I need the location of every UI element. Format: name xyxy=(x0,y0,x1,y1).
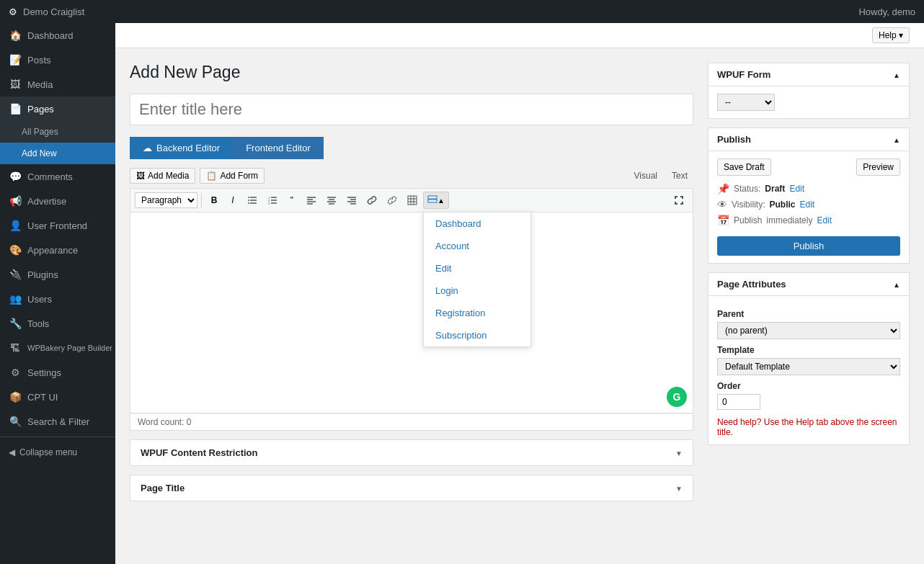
svg-point-5 xyxy=(248,202,249,204)
ul-btn[interactable] xyxy=(243,192,262,209)
visibility-value: Public xyxy=(769,200,795,210)
site-title[interactable]: Demo Craiglist xyxy=(23,6,84,17)
admin-bar-left: ⚙ Demo Craiglist xyxy=(9,6,84,17)
sidebar-item-comments[interactable]: 💬 Comments xyxy=(0,164,115,189)
sidebar-item-advertise[interactable]: 📢 Advertise xyxy=(0,189,115,213)
sidebar-label-dashboard: Dashboard xyxy=(27,30,74,41)
visual-text-tabs: Visual Text xyxy=(628,169,693,183)
frontend-editor-btn[interactable]: Frontend Editor xyxy=(233,137,324,159)
sidebar-item-all-pages[interactable]: All Pages xyxy=(0,121,115,143)
special-char-dropdown: ▲ Dashboard Account Edit Login Registrat… xyxy=(423,192,449,209)
italic-btn[interactable]: I xyxy=(224,192,241,209)
sidebar-item-user-frontend[interactable]: 👤 User Frontend xyxy=(0,213,115,238)
visibility-icon: 👁 xyxy=(717,199,727,210)
editor-toolbar-top: 🖼 Add Media 📋 Add Form Visual Text xyxy=(130,168,693,184)
sidebar-item-wpbakery[interactable]: 🏗 WPBakery Page Builder xyxy=(0,336,115,360)
text-tab[interactable]: Text xyxy=(666,169,693,183)
collapse-menu-btn[interactable]: ◀ Collapse menu xyxy=(0,440,115,465)
unlink-btn[interactable] xyxy=(383,192,401,209)
dropdown-item-subscription[interactable]: Subscription xyxy=(424,324,530,346)
ol-btn[interactable]: 123 xyxy=(263,192,282,209)
template-select[interactable]: Default Template xyxy=(717,358,900,375)
svg-point-3 xyxy=(248,197,249,198)
wpuf-form-body: -- xyxy=(708,86,909,118)
publish-time-edit-link[interactable]: Edit xyxy=(817,215,832,225)
advertise-icon: 📢 xyxy=(9,194,22,207)
align-center-btn[interactable] xyxy=(322,192,341,209)
collapse-arrow-icon: ◀ xyxy=(9,447,15,457)
wpuf-form-collapse-icon[interactable] xyxy=(893,69,900,80)
visual-tab[interactable]: Visual xyxy=(628,169,663,183)
media-icon: 🖼 xyxy=(9,78,22,91)
pages-icon: 📄 xyxy=(9,102,22,115)
add-media-btn[interactable]: 🖼 Add Media xyxy=(130,168,195,184)
parent-select[interactable]: (no parent) xyxy=(717,322,900,339)
quote-btn[interactable]: " xyxy=(283,192,301,209)
add-form-btn[interactable]: 📋 Add Form xyxy=(200,168,265,184)
user-frontend-icon: 👤 xyxy=(9,219,22,232)
fullscreen-btn[interactable] xyxy=(670,192,688,209)
sidebar-item-appearance[interactable]: 🎨 Appearance xyxy=(0,238,115,262)
plugins-icon: 🔌 xyxy=(9,268,22,281)
sidebar-item-plugins[interactable]: 🔌 Plugins xyxy=(0,262,115,287)
publish-box: Publish Save Draft Preview 📌 Status: Dra… xyxy=(708,127,910,264)
sidebar-item-posts[interactable]: 📝 Posts xyxy=(0,48,115,72)
table-btn[interactable] xyxy=(403,192,422,209)
page-title-input[interactable] xyxy=(130,94,693,125)
accordion-header-page-title[interactable]: Page Title xyxy=(130,475,693,501)
visibility-edit-link[interactable]: Edit xyxy=(799,200,814,210)
search-filter-icon: 🔍 xyxy=(9,415,22,428)
publish-button[interactable]: Publish xyxy=(717,236,900,256)
sidebar-label-user-frontend: User Frontend xyxy=(27,220,87,231)
page-attributes-collapse-icon[interactable] xyxy=(893,279,900,290)
save-draft-button[interactable]: Save Draft xyxy=(717,158,771,176)
sidebar-item-cpt-ui[interactable]: 📦 CPT UI xyxy=(0,385,115,409)
align-right-btn[interactable] xyxy=(342,192,361,209)
sidebar-label-advertise: Advertise xyxy=(27,196,66,207)
sidebar-item-media[interactable]: 🖼 Media xyxy=(0,72,115,97)
special-char-btn[interactable]: ▲ xyxy=(423,192,449,209)
parent-label: Parent xyxy=(717,309,900,319)
status-edit-link[interactable]: Edit xyxy=(789,184,804,194)
publish-actions: Save Draft Preview xyxy=(717,158,900,176)
editor-section: Add New Page ☁ Backend Editor Frontend E… xyxy=(130,63,693,501)
accordion-header-wpuf[interactable]: WPUF Content Restriction xyxy=(130,440,693,465)
bold-btn[interactable]: B xyxy=(205,192,223,209)
template-label: Template xyxy=(717,345,900,355)
editor-toggle: ☁ Backend Editor Frontend Editor xyxy=(130,137,693,159)
help-button[interactable]: Help ▾ xyxy=(872,27,910,43)
sidebar-label-cpt-ui: CPT UI xyxy=(27,392,58,403)
users-icon: 👥 xyxy=(9,292,22,305)
link-btn[interactable] xyxy=(363,192,381,209)
wpuf-form-title: WPUF Form xyxy=(717,69,770,80)
sidebar-item-tools[interactable]: 🔧 Tools xyxy=(0,311,115,336)
order-input[interactable] xyxy=(717,394,760,410)
sidebar-item-pages[interactable]: 📄 Pages xyxy=(0,97,115,121)
dropdown-item-account[interactable]: Account xyxy=(424,235,530,257)
wpuf-form-select[interactable]: -- xyxy=(717,94,775,111)
dropdown-item-edit[interactable]: Edit xyxy=(424,257,530,279)
dropdown-item-dashboard[interactable]: Dashboard xyxy=(424,212,530,235)
sidebar-item-settings[interactable]: ⚙ Settings xyxy=(0,360,115,385)
sidebar-label-posts: Posts xyxy=(27,55,51,66)
grammarly-button[interactable]: G xyxy=(667,387,687,407)
dropdown-arrow-icon: ▲ xyxy=(437,197,445,205)
greeting-text: Howdy, demo xyxy=(858,6,915,17)
publish-collapse-icon[interactable] xyxy=(893,134,900,145)
svg-text:3: 3 xyxy=(268,202,270,205)
sidebar-label-pages: Pages xyxy=(27,104,54,115)
align-left-btn[interactable] xyxy=(302,192,321,209)
preview-button[interactable]: Preview xyxy=(856,158,900,176)
sidebar-item-add-new[interactable]: Add New xyxy=(0,143,115,164)
paragraph-select[interactable]: Paragraph xyxy=(135,192,197,208)
dropdown-item-registration[interactable]: Registration xyxy=(424,302,530,324)
sidebar-item-dashboard[interactable]: 🏠 Dashboard xyxy=(0,23,115,48)
backend-editor-btn[interactable]: ☁ Backend Editor xyxy=(130,137,233,159)
editor-body[interactable]: G xyxy=(130,212,693,413)
status-value: Draft xyxy=(765,184,785,194)
sidebar-item-users[interactable]: 👥 Users xyxy=(0,287,115,311)
page-heading: Add New Page xyxy=(130,63,693,82)
dropdown-item-login[interactable]: Login xyxy=(424,279,530,302)
sidebar-item-search-filter[interactable]: 🔍 Search & Filter xyxy=(0,409,115,434)
dashboard-icon: 🏠 xyxy=(9,29,22,42)
